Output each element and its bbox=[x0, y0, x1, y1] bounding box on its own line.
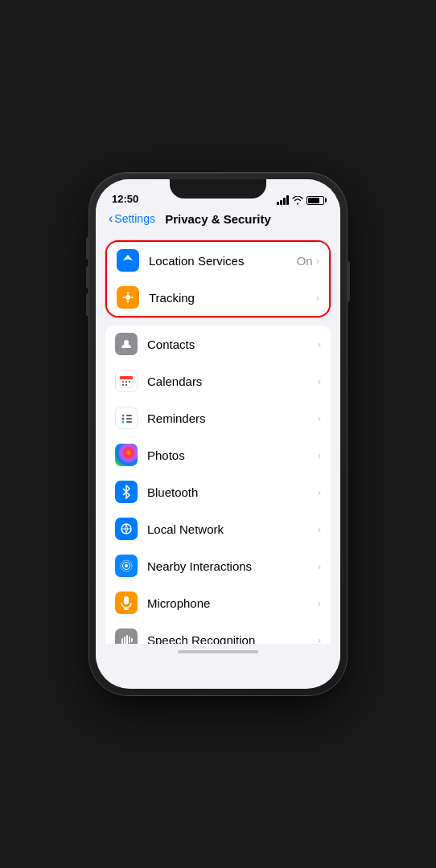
location-section: Location Services On › Tracking bbox=[105, 240, 331, 317]
calendars-icon bbox=[115, 370, 138, 392]
privacy-section: Contacts › bbox=[105, 326, 331, 644]
svg-rect-7 bbox=[122, 384, 124, 386]
tracking-label: Tracking bbox=[149, 291, 316, 305]
nearby-interactions-item[interactable]: Nearby Interactions › bbox=[105, 547, 331, 584]
nearby-interactions-chevron: › bbox=[318, 560, 321, 572]
settings-list[interactable]: Location Services On › Tracking bbox=[96, 232, 340, 644]
location-services-value: On bbox=[297, 254, 313, 268]
contacts-item[interactable]: Contacts › bbox=[105, 326, 331, 362]
speech-recognition-chevron: › bbox=[318, 634, 321, 645]
notch bbox=[170, 179, 266, 199]
svg-rect-23 bbox=[121, 638, 123, 644]
svg-point-9 bbox=[122, 415, 125, 417]
nav-header: ‹ Settings Privacy & Security bbox=[96, 208, 340, 232]
svg-point-17 bbox=[125, 564, 128, 567]
svg-rect-20 bbox=[124, 596, 129, 604]
tracking-item[interactable]: Tracking › bbox=[107, 279, 329, 316]
location-services-chevron: › bbox=[316, 255, 319, 267]
svg-rect-12 bbox=[126, 415, 132, 416]
svg-rect-6 bbox=[129, 381, 130, 383]
photos-icon bbox=[115, 444, 138, 466]
svg-rect-3 bbox=[120, 376, 133, 379]
contacts-chevron: › bbox=[318, 338, 321, 350]
svg-point-0 bbox=[125, 295, 130, 300]
svg-rect-26 bbox=[129, 637, 130, 643]
svg-rect-14 bbox=[126, 421, 132, 423]
local-network-item[interactable]: Local Network › bbox=[105, 510, 331, 547]
svg-rect-8 bbox=[125, 384, 127, 386]
status-time: 12:50 bbox=[112, 193, 138, 205]
calendars-item[interactable]: Calendars › bbox=[105, 362, 331, 399]
speech-recognition-label: Speech Recognition bbox=[147, 633, 318, 645]
page-title: Privacy & Security bbox=[165, 212, 271, 226]
contacts-icon bbox=[115, 333, 138, 355]
nearby-interactions-label: Nearby Interactions bbox=[147, 559, 318, 573]
svg-rect-27 bbox=[131, 638, 133, 642]
reminders-label: Reminders bbox=[147, 411, 318, 425]
nearby-icon bbox=[115, 555, 138, 577]
local-network-label: Local Network bbox=[147, 522, 318, 536]
svg-rect-5 bbox=[125, 381, 127, 383]
status-icons bbox=[277, 195, 324, 205]
svg-rect-24 bbox=[124, 637, 125, 644]
microphone-label: Microphone bbox=[147, 596, 318, 610]
reminders-item[interactable]: Reminders › bbox=[105, 399, 331, 436]
bluetooth-label: Bluetooth bbox=[147, 485, 318, 499]
bluetooth-item[interactable]: Bluetooth › bbox=[105, 473, 331, 510]
phone-screen: 12:50 bbox=[96, 179, 340, 689]
svg-rect-13 bbox=[126, 418, 132, 420]
tracking-chevron: › bbox=[316, 292, 319, 304]
reminders-chevron: › bbox=[318, 412, 321, 424]
back-button[interactable]: ‹ Settings bbox=[109, 211, 155, 226]
battery-icon bbox=[306, 196, 324, 205]
reminders-icon bbox=[115, 407, 138, 429]
location-services-label: Location Services bbox=[149, 254, 297, 268]
tracking-icon bbox=[117, 286, 139, 309]
back-chevron-icon: ‹ bbox=[109, 211, 113, 226]
svg-point-10 bbox=[122, 418, 125, 420]
microphone-icon bbox=[115, 592, 138, 614]
home-indicator bbox=[96, 644, 340, 660]
signal-icon bbox=[277, 195, 289, 205]
local-network-icon bbox=[115, 518, 138, 540]
speech-icon bbox=[115, 628, 138, 644]
phone-frame: 12:50 bbox=[89, 173, 347, 695]
photos-label: Photos bbox=[147, 448, 318, 462]
speech-recognition-item[interactable]: Speech Recognition › bbox=[105, 621, 331, 644]
microphone-chevron: › bbox=[318, 597, 321, 609]
local-network-chevron: › bbox=[318, 523, 321, 535]
contacts-label: Contacts bbox=[147, 338, 318, 351]
location-services-item[interactable]: Location Services On › bbox=[107, 242, 329, 279]
location-icon bbox=[117, 249, 139, 272]
bluetooth-icon bbox=[115, 481, 138, 503]
microphone-item[interactable]: Microphone › bbox=[105, 584, 331, 621]
back-label: Settings bbox=[114, 212, 155, 225]
wifi-icon bbox=[292, 196, 303, 205]
calendars-label: Calendars bbox=[147, 375, 318, 388]
photos-chevron: › bbox=[318, 449, 321, 461]
svg-rect-4 bbox=[122, 381, 124, 383]
bluetooth-chevron: › bbox=[318, 486, 321, 498]
calendars-chevron: › bbox=[318, 375, 321, 387]
svg-rect-25 bbox=[126, 635, 128, 644]
svg-point-11 bbox=[122, 421, 125, 424]
home-bar bbox=[178, 650, 258, 653]
photos-item[interactable]: Photos › bbox=[105, 436, 331, 473]
